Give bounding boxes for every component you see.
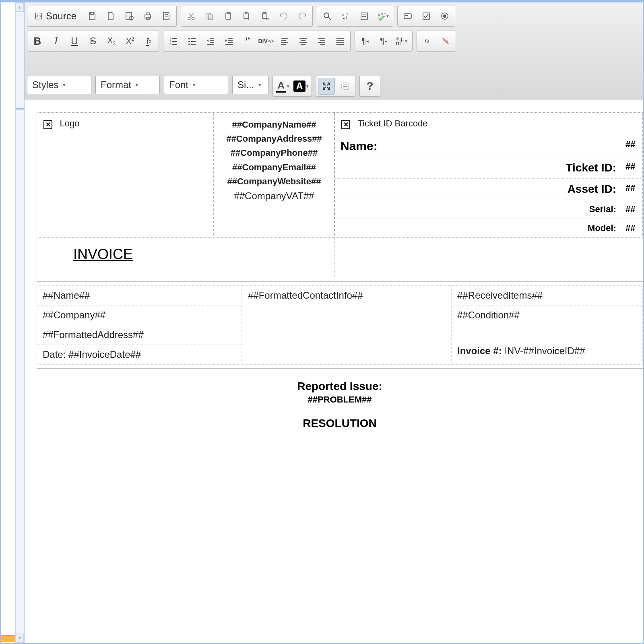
info-row-asset: Asset ID: ## [335, 178, 642, 200]
undo-button[interactable] [275, 8, 292, 25]
find-button[interactable] [319, 8, 336, 25]
link-button[interactable] [419, 33, 436, 50]
unlink-button[interactable] [437, 33, 454, 50]
radio-button[interactable] [436, 8, 453, 25]
resolution-title: RESOLUTION [37, 417, 643, 430]
underline-button[interactable]: U [66, 33, 83, 50]
customer-name: ##Name## [37, 286, 242, 305]
maximize-button[interactable] [318, 78, 335, 95]
company-website: ##CompanyWebsite## [221, 174, 328, 188]
company-phone: ##CompanyPhone## [221, 146, 328, 160]
size-dropdown[interactable]: Si... ▼ [232, 76, 268, 94]
svg-text:1: 1 [169, 37, 171, 40]
contact-info: ##FormattedContactInfo## [242, 286, 451, 305]
rtl-button[interactable]: ¶▸ [375, 33, 392, 50]
toolbar: Source T W [25, 2, 643, 100]
new-page-button[interactable] [102, 8, 119, 25]
model-value: ## [622, 219, 642, 237]
asset-label: Asset ID: [335, 179, 622, 200]
cut-button[interactable] [183, 8, 200, 25]
info-grid: Name: ## Ticket ID: ## Asset ID: ## [335, 135, 642, 237]
svg-text:2: 2 [169, 40, 171, 43]
spellcheck-button[interactable]: ABC▼ [374, 8, 391, 25]
bold-button[interactable]: B [29, 33, 46, 50]
copy-button[interactable] [201, 8, 218, 25]
svg-rect-3 [145, 15, 151, 18]
company-email: ##CompanyEmail## [221, 160, 328, 174]
ticket-label: Ticket ID: [335, 157, 622, 178]
text-color-swatch: A [276, 80, 286, 93]
help-button[interactable]: ? [361, 78, 378, 95]
subscript-button[interactable]: X2 [103, 33, 120, 50]
svg-point-21 [324, 13, 329, 18]
svg-point-33 [443, 14, 446, 18]
show-blocks-button[interactable] [336, 78, 353, 95]
checkbox-button[interactable] [418, 8, 435, 25]
editor-canvas[interactable]: ✕ Logo ##CompanyName## ##CompanyAddress#… [25, 100, 643, 643]
date-label: Date: [43, 349, 66, 360]
indent-button[interactable] [221, 33, 237, 50]
issue-block: Reported Issue: ##PROBLEM## RESOLUTION [37, 372, 643, 430]
paste-button[interactable] [220, 8, 237, 25]
svg-rect-11 [207, 13, 211, 18]
align-left-button[interactable] [276, 33, 293, 50]
align-justify-button[interactable] [332, 33, 349, 50]
group-clipboard: T W [181, 6, 313, 27]
reported-issue-title: Reported Issue: [37, 380, 643, 393]
preview-button[interactable] [121, 8, 138, 25]
scroll-up-icon[interactable]: ▲ [16, 3, 24, 12]
paste-text-button[interactable]: T [238, 8, 255, 25]
align-center-button[interactable] [295, 33, 312, 50]
save-button[interactable] [84, 8, 101, 25]
templates-button[interactable] [158, 8, 175, 25]
paste-word-button[interactable]: W [257, 8, 274, 25]
styles-dropdown[interactable]: Styles ▼ [27, 76, 91, 94]
svg-text:a: a [342, 12, 345, 17]
font-dropdown[interactable]: Font ▼ [164, 76, 228, 94]
superscript-button[interactable]: X2 [122, 33, 138, 50]
align-right-button[interactable] [313, 33, 330, 50]
text-color-button[interactable]: A ▼ [275, 78, 291, 95]
form-button[interactable] [399, 8, 416, 25]
outdent-button[interactable] [202, 33, 219, 50]
bullet-list-button[interactable] [184, 33, 200, 50]
language-button[interactable]: 話▼ [394, 33, 411, 50]
contact-right: ##ReceivedItems## ##Condition## Invoice … [451, 285, 643, 365]
print-button[interactable] [139, 8, 156, 25]
left-scrollbar[interactable]: ▲ ▼ [15, 2, 24, 643]
customer-company: ##Company## [37, 305, 242, 325]
select-all-button[interactable] [356, 8, 373, 25]
broken-image-icon: ✕ [341, 120, 350, 129]
left-panel-bg [1, 2, 16, 643]
ticket-cell: ✕ Ticket ID Barcode Name: ## Ticket ID: … [334, 112, 643, 238]
div-button[interactable]: DIV</> [258, 33, 275, 50]
scroll-track[interactable] [16, 12, 24, 634]
broken-image-icon: ✕ [43, 120, 52, 129]
svg-rect-30 [405, 15, 408, 16]
logo-label: Logo [60, 118, 79, 128]
company-address: ##CompanyAddress## [221, 132, 328, 146]
ltr-button[interactable]: ¶◂ [357, 33, 374, 50]
redo-button[interactable] [294, 8, 311, 25]
chevron-down-icon: ▼ [62, 82, 66, 88]
svg-point-42 [188, 43, 190, 45]
replace-button[interactable]: ab [337, 8, 354, 25]
scroll-down-icon[interactable]: ▼ [16, 634, 24, 642]
svg-text:ABC: ABC [378, 12, 386, 17]
barcode-label: Ticket ID Barcode [357, 118, 427, 128]
serial-label: Serial: [335, 200, 622, 219]
italic-button[interactable]: I [47, 33, 64, 50]
group-direction: ¶◂ ¶▸ 話▼ [355, 31, 413, 52]
source-button[interactable]: Source [29, 8, 82, 25]
bg-color-button[interactable]: A ▼ [293, 78, 310, 95]
numbered-list-button[interactable]: 123 [165, 33, 182, 50]
ticket-value: ## [622, 157, 642, 178]
blockquote-button[interactable]: ” [239, 33, 256, 50]
strike-button[interactable]: S [85, 33, 101, 50]
remove-format-button[interactable]: Ix [140, 33, 157, 50]
header-table: ✕ Logo ##CompanyName## ##CompanyAddress#… [37, 112, 643, 238]
group-source: Source [27, 6, 177, 27]
format-dropdown[interactable]: Format ▼ [95, 76, 160, 94]
scroll-grip[interactable] [16, 108, 24, 111]
company-vat: ##CompanyVAT## [221, 188, 328, 204]
